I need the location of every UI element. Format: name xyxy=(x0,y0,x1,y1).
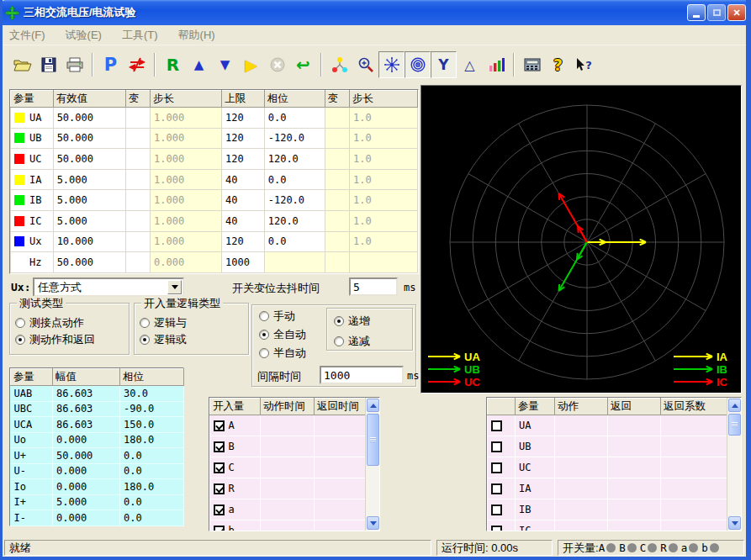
param-cell[interactable] xyxy=(125,169,150,190)
param-cell[interactable]: 40 xyxy=(222,169,265,190)
open-icon[interactable] xyxy=(9,51,35,78)
param-cell[interactable]: -120.0 xyxy=(264,128,325,149)
param-cell[interactable]: 120.0 xyxy=(264,210,325,231)
scrollbar-thumb[interactable] xyxy=(728,414,741,436)
param-cell[interactable]: 0.0 xyxy=(264,231,325,252)
check-cell[interactable]: A xyxy=(210,415,261,436)
param-cell[interactable]: 40 xyxy=(222,210,265,231)
column-header[interactable]: 返回 xyxy=(608,399,661,415)
close-button[interactable]: ✕ xyxy=(727,4,746,21)
r-reset-icon[interactable]: R xyxy=(160,51,186,78)
minimize-button[interactable] xyxy=(687,4,706,21)
raise-icon[interactable]: ▲ xyxy=(186,51,212,78)
check-cell[interactable] xyxy=(488,436,516,457)
y-connection-icon[interactable]: Y xyxy=(431,51,457,78)
param-cell[interactable] xyxy=(125,210,150,231)
menu-item-3[interactable]: 帮助(H) xyxy=(178,28,215,43)
param-cell[interactable]: 0.0 xyxy=(264,169,325,190)
bar-view-icon[interactable] xyxy=(483,51,509,78)
param-cell[interactable]: 50.000 xyxy=(53,149,125,170)
column-header[interactable]: 变 xyxy=(325,91,349,108)
logic-type-radio-1[interactable]: 逻辑或 xyxy=(140,332,187,347)
param-cell[interactable]: 50.000 xyxy=(53,252,125,273)
column-header[interactable]: 幅值 xyxy=(53,369,120,386)
column-header[interactable]: 开入量 xyxy=(210,399,261,415)
column-header[interactable]: 动作 xyxy=(555,399,608,415)
rays-view-icon[interactable] xyxy=(378,51,405,78)
column-header[interactable]: 相位 xyxy=(120,369,184,386)
column-header[interactable]: 有效值 xyxy=(53,91,125,108)
param-cell[interactable] xyxy=(125,190,150,211)
check-cell[interactable] xyxy=(488,415,516,436)
checkbox[interactable] xyxy=(491,526,502,531)
mode-radio-2[interactable]: 半自动 xyxy=(259,346,306,361)
param-cell[interactable]: 1000 xyxy=(222,252,265,273)
column-header[interactable]: 参量 xyxy=(11,91,54,108)
param-cell[interactable]: 120 xyxy=(222,108,265,129)
help-icon[interactable]: ? xyxy=(545,51,571,78)
scrollbar-thumb[interactable] xyxy=(367,414,379,466)
mode-radio-0[interactable]: 手动 xyxy=(259,309,295,324)
scroll-down-icon[interactable] xyxy=(367,516,379,530)
delta-connection-icon[interactable]: △ xyxy=(457,51,483,78)
input-table-scrollbar[interactable] xyxy=(365,398,379,531)
calculator-icon[interactable] xyxy=(519,51,545,78)
check-cell[interactable]: B xyxy=(210,436,261,457)
direction-radio-0[interactable]: 递增 xyxy=(334,314,370,329)
param-cell[interactable]: 120 xyxy=(222,231,265,252)
checkbox[interactable] xyxy=(491,441,502,452)
param-cell[interactable] xyxy=(125,231,150,252)
menu-item-2[interactable]: 工具(T) xyxy=(122,28,158,43)
param-cell[interactable]: 120.0 xyxy=(264,149,325,170)
scroll-up-icon[interactable] xyxy=(728,399,741,412)
param-cell[interactable]: 5.000 xyxy=(53,169,125,190)
column-header[interactable]: 步长 xyxy=(151,91,222,108)
context-help-icon[interactable]: ? xyxy=(571,51,597,78)
zoom-icon[interactable] xyxy=(352,51,378,78)
column-header[interactable]: 参量 xyxy=(516,399,555,415)
param-cell[interactable]: 120 xyxy=(222,128,265,149)
param-cell[interactable]: 5.000 xyxy=(53,190,125,211)
param-cell[interactable] xyxy=(125,128,150,149)
param-cell[interactable]: 0.0 xyxy=(264,108,325,129)
param-cell[interactable]: 10.000 xyxy=(53,231,125,252)
param-cell[interactable] xyxy=(125,108,150,129)
checkbox[interactable] xyxy=(214,462,225,473)
save-icon[interactable] xyxy=(35,51,61,78)
start-icon[interactable]: ▶ xyxy=(238,51,264,78)
menu-item-1[interactable]: 试验(E) xyxy=(66,28,102,43)
check-cell[interactable] xyxy=(488,478,516,499)
param-cell[interactable]: 50.000 xyxy=(53,108,125,129)
check-cell[interactable]: R xyxy=(210,478,261,499)
mode-radio-1[interactable]: 全自动 xyxy=(259,327,306,342)
scroll-down-icon[interactable] xyxy=(728,516,741,530)
param-cell[interactable]: 50.000 xyxy=(53,128,125,149)
direction-radio-1[interactable]: 递减 xyxy=(334,334,370,349)
title-bar[interactable]: 三相交流电压/电流试验 ✕ xyxy=(0,0,751,25)
checkbox[interactable] xyxy=(214,483,225,494)
param-cell[interactable] xyxy=(125,252,150,273)
checkbox[interactable] xyxy=(491,483,502,494)
checkbox[interactable] xyxy=(214,441,225,452)
vector-dots-icon[interactable] xyxy=(326,51,352,78)
column-header[interactable]: 返回系数 xyxy=(661,399,727,415)
param-cell[interactable]: -120.0 xyxy=(264,190,325,211)
interval-input[interactable] xyxy=(320,366,404,384)
column-header[interactable]: 返回时间 xyxy=(315,399,366,415)
param-cell[interactable]: 5.000 xyxy=(53,210,125,231)
undo-icon[interactable]: ↩ xyxy=(290,51,316,78)
scroll-up-icon[interactable] xyxy=(367,399,379,412)
check-cell[interactable]: C xyxy=(210,457,261,478)
column-header[interactable]: 步长 xyxy=(349,91,417,108)
test-type-radio-1[interactable]: 测动作和返回 xyxy=(15,332,95,347)
check-cell[interactable] xyxy=(488,499,516,520)
check-cell[interactable] xyxy=(488,520,516,531)
checkbox[interactable] xyxy=(214,526,225,531)
print-icon[interactable] xyxy=(61,51,87,78)
logic-type-radio-0[interactable]: 逻辑与 xyxy=(140,315,187,330)
stop-icon[interactable] xyxy=(264,51,290,78)
column-header[interactable]: 参量 xyxy=(11,369,53,386)
debounce-input[interactable] xyxy=(349,277,398,296)
checkbox[interactable] xyxy=(491,420,502,431)
ux-mode-select[interactable]: 任意方式 xyxy=(33,277,184,297)
